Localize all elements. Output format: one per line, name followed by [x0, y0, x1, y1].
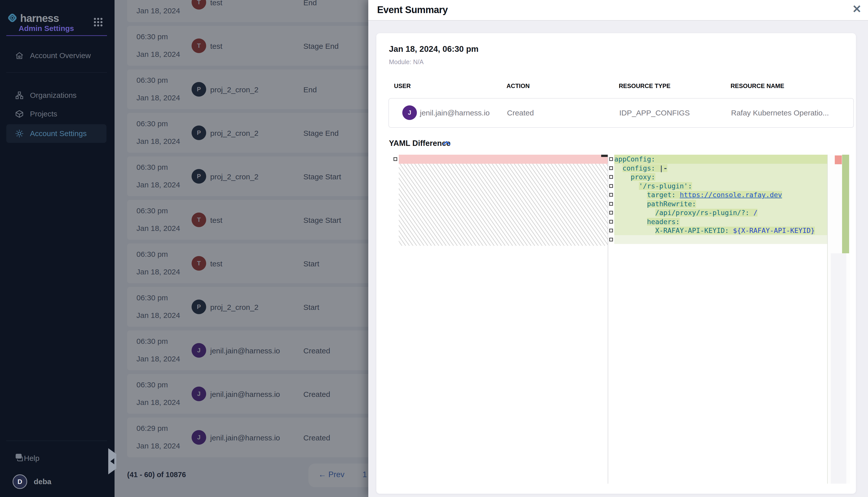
brand-name: harness	[20, 12, 59, 24]
detail-resource-type: IDP_APP_CONFIGS	[619, 109, 690, 117]
fold-marker[interactable]	[609, 175, 613, 179]
help-label: Help	[24, 454, 40, 463]
code-line: headers:	[614, 217, 827, 226]
module-grid-icon[interactable]	[94, 18, 103, 28]
code-line: configs: |-	[614, 164, 827, 173]
fold-marker[interactable]	[609, 238, 613, 241]
sidebar-subtitle: Admin Settings	[19, 24, 74, 33]
code-line-empty	[614, 235, 827, 244]
col-header-resource-name: RESOURCE NAME	[731, 83, 784, 89]
sidebar-item-label: Account Settings	[30, 129, 87, 138]
drawer-title: Event Summary	[377, 4, 448, 15]
fold-marker[interactable]	[394, 157, 397, 161]
app-root: harness Admin Settings Account Overview	[0, 0, 868, 497]
code-line: '/rs-plugin':	[614, 182, 827, 191]
detail-action: Created	[507, 109, 534, 117]
user-menu[interactable]: D deba	[13, 474, 51, 489]
diff-overview-ruler	[827, 155, 850, 484]
code-line: /api/proxy/rs-plugin/?: /	[614, 208, 827, 217]
code-line: target: https://console.rafay.dev	[614, 190, 827, 199]
sidebar-divider	[6, 72, 107, 73]
detail-resource-name: Rafay Kubernetes Operatio...	[731, 109, 829, 117]
diff-added-code: appConfig: configs: |- proxy: '/rs-plugi…	[614, 155, 827, 484]
chevron-up-icon[interactable]	[442, 140, 451, 147]
code-line: appConfig:	[614, 155, 827, 164]
avatar: D	[13, 474, 27, 489]
sidebar-item-projects[interactable]: Projects	[6, 105, 107, 123]
fold-marker[interactable]	[609, 202, 613, 206]
detail-user: jenil.jain@harness.io	[420, 109, 490, 117]
fold-marker[interactable]	[609, 229, 613, 232]
removed-line-scroll-marker	[601, 155, 608, 157]
code-line: X-RAFAY-API-KEYID: ${X-RAFAY-API-KEYID}	[614, 226, 827, 235]
cube-icon	[15, 110, 24, 118]
diff-right-fold-gutter	[608, 155, 614, 484]
diff-removed-pane	[399, 155, 608, 484]
fold-marker[interactable]	[609, 193, 613, 197]
sidebar-item-organizations[interactable]: Organizations	[6, 86, 107, 105]
collapse-arrow-icon	[110, 458, 114, 464]
sidebar: harness Admin Settings Account Overview	[0, 0, 114, 497]
event-detail-row: J jenil.jain@harness.io Created IDP_APP_…	[388, 98, 854, 128]
scrollbar-track[interactable]	[831, 253, 846, 484]
fold-marker[interactable]	[609, 211, 613, 215]
home-icon	[15, 51, 24, 60]
col-header-action: ACTION	[507, 83, 530, 89]
event-detail-card: Jan 18, 2024, 06:30 pm Module: N/A USER …	[376, 33, 856, 494]
code-line: pathRewrite:	[614, 199, 827, 209]
overview-removed-marker	[835, 155, 842, 164]
sidebar-item-account-settings[interactable]: Account Settings	[6, 124, 107, 143]
diff-empty-hatch	[399, 164, 608, 246]
help-chat-icon: ?	[15, 453, 24, 464]
yaml-difference-label: YAML Difference	[389, 139, 451, 148]
col-header-user: USER	[394, 83, 411, 89]
sidebar-accent-rule	[6, 35, 107, 36]
gear-icon	[15, 129, 24, 138]
org-chart-icon	[15, 91, 24, 100]
close-icon[interactable]: ✕	[852, 3, 862, 15]
fold-marker[interactable]	[609, 184, 613, 188]
drawer-header: Event Summary ✕	[368, 0, 868, 20]
modal-scrim[interactable]	[114, 0, 368, 497]
brand: harness	[6, 12, 59, 25]
code-line: proxy:	[614, 172, 827, 182]
sidebar-item-help[interactable]: ? Help	[6, 449, 107, 467]
col-header-resource-type: RESOURCE TYPE	[619, 83, 670, 89]
sidebar-item-label: Projects	[30, 110, 57, 118]
sidebar-item-label: Organizations	[30, 91, 77, 100]
harness-logo-icon	[6, 12, 18, 25]
removed-line	[399, 155, 608, 164]
svg-text:?: ?	[18, 454, 19, 458]
avatar: J	[402, 105, 417, 120]
diff-left-fold-gutter	[393, 155, 399, 484]
sidebar-divider	[6, 441, 107, 441]
event-module: Module: N/A	[389, 58, 424, 66]
user-name: deba	[34, 478, 51, 486]
sidebar-item-account-overview[interactable]: Account Overview	[6, 46, 107, 65]
fold-marker[interactable]	[609, 166, 613, 170]
event-datetime: Jan 18, 2024, 06:30 pm	[389, 44, 479, 54]
fold-marker[interactable]	[609, 157, 613, 161]
yaml-diff-viewer: appConfig: configs: |- proxy: '/rs-plugi…	[393, 155, 850, 484]
sidebar-item-label: Account Overview	[30, 51, 91, 60]
fold-marker[interactable]	[609, 220, 613, 224]
event-summary-drawer: Event Summary ✕ Jan 18, 2024, 06:30 pm M…	[368, 0, 868, 497]
overview-added-marker	[842, 155, 849, 253]
